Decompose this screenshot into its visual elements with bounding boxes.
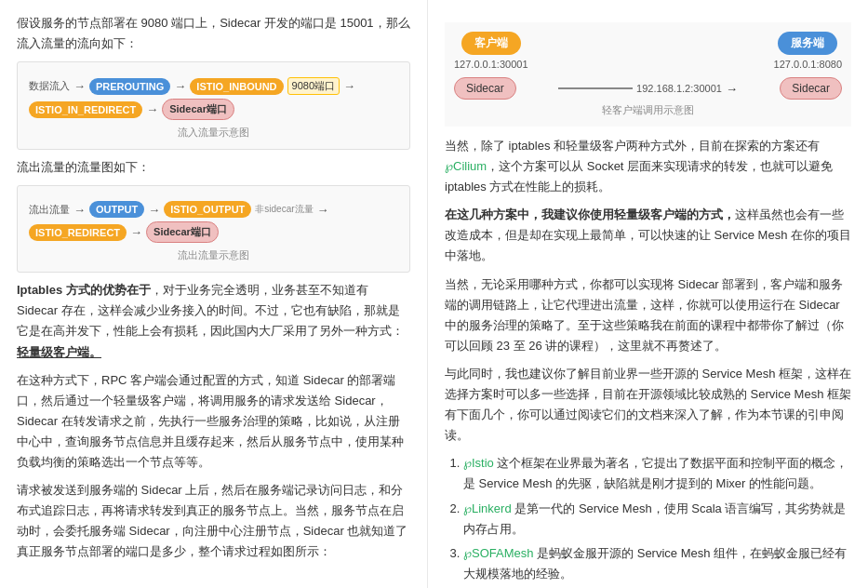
right-para1: 当然，除了 iptables 和轻量级客户两种方式外，目前在探索的方案还有 ℘C… <box>445 136 851 197</box>
inflow-left-label: 数据流入 <box>29 79 70 93</box>
istio-desc: 这个框架在业界最为著名，它提出了数据平面和控制平面的概念，是 Service M… <box>463 456 848 490</box>
lightweight-diagram: 客户端 127.0.0.1:30001 服务端 127.0.0.1:8080 S… <box>445 22 851 127</box>
para2: 在这种方式下，RPC 客户端会通过配置的方式，知道 Sidecar 的部署端口，… <box>17 370 410 473</box>
arrow6: → <box>148 203 160 217</box>
right-panel: 客户端 127.0.0.1:30001 服务端 127.0.0.1:8080 S… <box>428 0 868 588</box>
istio-output-box: ISTIO_OUTPUT <box>164 201 251 218</box>
arrow2: → <box>174 79 186 93</box>
sidecar-inport-box: Sidecar端口 <box>162 99 234 120</box>
lightweight-label: 轻量级客户端。 <box>17 345 101 359</box>
istio-in-redirect-box: ISTIO_IN_REDIRECT <box>29 101 142 118</box>
istio-redirect-box: ISTIO_REDIRECT <box>29 224 127 241</box>
highlight-text: 在这几种方案中，我建议你使用轻量级客户端的方式， <box>445 207 735 221</box>
linkerd-link[interactable]: ℘Linkerd <box>463 501 512 515</box>
port-9080-label: 9080端口 <box>287 77 340 95</box>
istio-link[interactable]: ℘Istio <box>463 456 494 470</box>
arrow3: → <box>343 79 355 93</box>
list-item-1: ℘Istio 这个框架在业界最为著名，它提出了数据平面和控制平面的概念，是 Se… <box>463 453 851 494</box>
client-node: 客户端 <box>461 32 521 55</box>
linkerd-desc: 是第一代的 Service Mesh，使用 Scala 语言编写，其劣势就是内存… <box>463 501 846 536</box>
iptables-bold: Iptables 方式的优势在于 <box>17 283 151 297</box>
list-item-2: ℘Linkerd 是第一代的 Service Mesh，使用 Scala 语言编… <box>463 499 851 540</box>
istio-inbound-box: ISTIO_INBOUND <box>190 78 283 95</box>
arrow8: → <box>130 225 142 239</box>
prerouting-box: PREROUTING <box>89 78 170 95</box>
arrow7: → <box>317 203 329 217</box>
arrow5: → <box>73 203 86 217</box>
left-panel: 假设服务的节点部署在 9080 端口上，Sidecar 开发的端口是 15001… <box>0 0 428 588</box>
right-para2-highlight: 在这几种方案中，我建议你使用轻量级客户端的方式，这样虽然也会有一些改造成本，但是… <box>445 205 851 266</box>
outflow-caption: 流出流量示意图 <box>29 248 398 262</box>
sidecar-left: Sidecar <box>454 77 516 100</box>
sofamesh-link[interactable]: ℘SOFAMesh <box>463 546 533 560</box>
server-node: 服务端 <box>778 32 837 55</box>
right-para4: 与此同时，我也建议你了解目前业界一些开源的 Service Mesh 框架，这样… <box>445 364 851 446</box>
iptables-para: Iptables 方式的优势在于，对于业务完全透明，业务甚至不知道有 Sidec… <box>17 280 410 362</box>
output-box: OUTPUT <box>89 201 144 218</box>
right-arrow: → <box>726 82 738 96</box>
server-ip: 127.0.0.1:8080 <box>774 59 842 70</box>
list-item-3: ℘SOFAMesh 是蚂蚁金服开源的 Service Mesh 组件，在蚂蚁金服… <box>463 543 851 584</box>
cilium-link[interactable]: ℘Cilium <box>445 159 487 173</box>
intro-text: 假设服务的节点部署在 9080 端口上，Sidecar 开发的端口是 15001… <box>17 13 410 54</box>
outflow-intro: 流出流量的流量图如下： <box>17 157 410 178</box>
inflow-caption: 流入流量示意图 <box>29 126 398 140</box>
outflow-left-label: 流出流量 <box>29 203 70 217</box>
arrow4: → <box>146 102 158 116</box>
framework-list: ℘Istio 这个框架在业界最为著名，它提出了数据平面和控制平面的概念，是 Se… <box>445 453 851 584</box>
para3: 请求被发送到服务端的 Sidecar 上后，然后在服务端记录访问日志，和分布式追… <box>17 480 410 562</box>
client-ip: 127.0.0.1:30001 <box>454 59 528 70</box>
sidecar-right: Sidecar <box>780 77 842 100</box>
right-para3: 当然，无论采用哪种方式，你都可以实现将 Sidecar 部署到，客户端和服务端的… <box>445 274 851 356</box>
sidecar-outport-box: Sidecar端口 <box>146 221 219 243</box>
middle-ip: 192.168.1.2:30001 <box>636 83 722 94</box>
non-sidecar-label: 非sidecar流量 <box>255 203 313 216</box>
arrow1: → <box>73 79 86 93</box>
diagram-caption: 轻客户端调用示意图 <box>602 103 694 117</box>
outflow-diagram: 流出流量 → OUTPUT → ISTIO_OUTPUT 非sidecar流量 … <box>17 185 410 273</box>
inflow-diagram: 数据流入 → PREROUTING → ISTIO_INBOUND 9080端口… <box>17 61 410 150</box>
